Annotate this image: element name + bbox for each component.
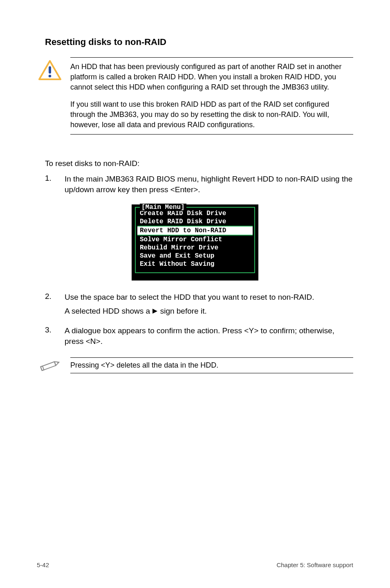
bios-menu-item: Solve Mirror Conflict [137,236,253,244]
note-callout: Pressing <Y> deletes all the data in the… [37,356,353,375]
bios-menu-item: Save and Exit Setup [137,252,253,260]
step-number: 3. [45,325,53,350]
step-2-prefix: A selected HDD shows a [65,307,152,315]
step-content: A dialogue box appears to confirm the ac… [65,325,353,350]
bios-menu: [Main Menu] Create RAID Disk Drive Delet… [132,204,258,281]
bios-menu-item: Exit Without Saving [137,260,253,268]
caution-paragraph-1: An HDD that has been previously configur… [70,62,353,92]
step-2: 2. Use the space bar to select the HDD t… [45,292,353,320]
bios-menu-title: [Main Menu] [140,204,186,211]
pencil-note-icon [38,359,61,375]
page-footer: 5-42 Chapter 5: Software support [37,561,353,568]
step-content: In the main JMB363 RAID BIOS menu, highl… [65,174,353,198]
caution-icon [38,60,61,83]
section-heading: Resetting disks to non-RAID [45,37,353,47]
note-text: Pressing <Y> deletes all the data in the… [70,357,353,373]
caution-text-block: An HDD that has been previously configur… [70,57,353,135]
bios-menu-item: Rebuild Mirror Drive [137,244,253,252]
caution-paragraph-2: If you still want to use this broken RAI… [70,99,353,130]
step-1-text: In the main JMB363 RAID BIOS menu, highl… [65,174,353,195]
step-3: 3. A dialogue box appears to confirm the… [45,325,353,350]
triangle-icon [152,306,158,316]
intro-text: To reset disks to non-RAID: [45,158,353,169]
step-number: 1. [45,174,53,198]
svg-rect-1 [49,66,51,74]
footer-page-number: 5-42 [37,561,49,568]
step-2-text-a: Use the space bar to select the HDD that… [65,292,353,303]
step-2-suffix: sign before it. [160,307,207,315]
bios-menu-item-selected: Revert HDD to Non-RAID [137,227,253,235]
step-1: 1. In the main JMB363 RAID BIOS menu, hi… [45,174,353,198]
step-3-text: A dialogue box appears to confirm the ac… [65,325,353,347]
step-number: 2. [45,292,53,320]
svg-point-2 [49,75,52,78]
step-content: Use the space bar to select the HDD that… [65,292,353,320]
bios-menu-item: Delete RAID Disk Drive [137,218,253,226]
step-2-text-b: A selected HDD shows a sign before it. [65,306,353,316]
caution-callout: An HDD that has been previously configur… [37,57,353,135]
svg-marker-3 [152,309,157,314]
svg-marker-5 [54,360,60,366]
footer-chapter: Chapter 5: Software support [276,561,353,568]
svg-rect-7 [40,366,44,370]
